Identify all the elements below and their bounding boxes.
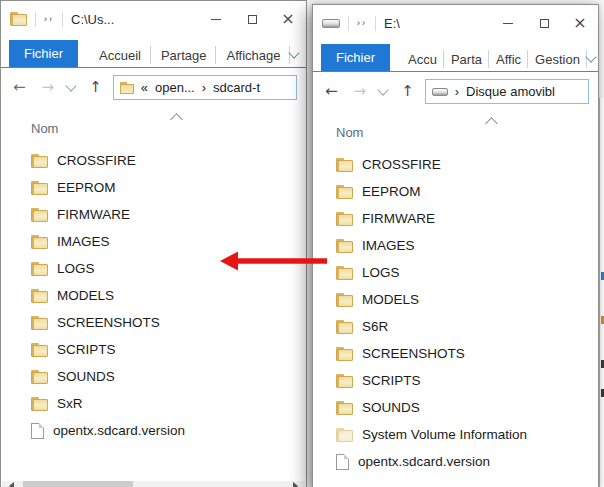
maximize-icon <box>248 15 257 24</box>
item-icon <box>31 370 48 384</box>
list-item[interactable]: MODELS <box>313 286 598 313</box>
close-button[interactable]: × <box>270 1 306 37</box>
item-icon <box>31 289 48 303</box>
list-item[interactable]: EEPROM <box>1 174 306 201</box>
maximize-button[interactable] <box>234 1 270 37</box>
tab-fichier[interactable]: Fichier <box>9 40 78 67</box>
breadcrumb-segment[interactable]: open... <box>155 80 195 95</box>
ribbon-end-controls: ? <box>587 45 599 71</box>
ribbon-tab[interactable]: Accueil <box>89 43 151 67</box>
list-item[interactable]: SxR <box>1 390 306 417</box>
scroll-left-icon[interactable] <box>9 482 14 487</box>
back-button[interactable]: ← <box>325 84 338 99</box>
list-item[interactable]: IMAGES <box>313 232 598 259</box>
back-button[interactable]: ← <box>13 80 26 95</box>
horizontal-scrollbar[interactable] <box>2 481 305 487</box>
scrollbar-thumb[interactable] <box>23 481 133 487</box>
item-icon <box>336 374 353 388</box>
item-icon <box>31 181 48 195</box>
item-icon <box>31 423 44 439</box>
recent-locations-icon[interactable] <box>377 84 388 95</box>
item-icon <box>31 154 48 168</box>
item-label: SOUNDS <box>57 369 115 384</box>
ribbon-tab-bar: Fichier AccueilPartageAffichage ? <box>1 37 306 68</box>
item-label: System Volume Information <box>362 427 527 442</box>
list-item[interactable]: SCRIPTS <box>313 367 598 394</box>
quick-access-toolbar[interactable]: ›› <box>44 15 54 24</box>
list-item[interactable]: EEPROM <box>313 178 598 205</box>
item-icon <box>31 316 48 330</box>
up-button[interactable]: ↑ <box>401 84 414 99</box>
ribbon-tab[interactable]: Accu <box>401 47 444 71</box>
ribbon-expand-icon[interactable] <box>585 51 596 62</box>
list-item[interactable]: S6R <box>313 313 598 340</box>
forward-button[interactable]: → <box>42 80 55 95</box>
list-item[interactable]: SOUNDS <box>1 363 306 390</box>
recent-locations-icon[interactable] <box>65 80 76 91</box>
list-item[interactable]: MODELS <box>1 282 306 309</box>
file-list-pane: Nom CROSSFIRE EEPROM FIRMWARE <box>1 107 306 444</box>
item-icon <box>31 397 48 411</box>
list-item[interactable]: SCREENSHOTS <box>1 309 306 336</box>
list-item[interactable]: FIRMWARE <box>1 201 306 228</box>
close-button[interactable]: × <box>562 5 598 41</box>
window-title: C:\Us... <box>71 12 114 27</box>
tab-fichier[interactable]: Fichier <box>321 44 390 71</box>
list-item[interactable]: SCRIPTS <box>1 336 306 363</box>
breadcrumb-segment[interactable]: « <box>141 80 148 95</box>
list-item[interactable]: System Volume Information <box>313 421 598 448</box>
breadcrumb-segment[interactable]: Disque amovibl <box>466 84 555 99</box>
list-item[interactable]: opentx.sdcard.version <box>1 417 306 444</box>
ribbon-tab[interactable]: Partage <box>151 43 217 67</box>
list-item[interactable]: FIRMWARE <box>313 205 598 232</box>
list-item[interactable]: opentx.sdcard.version <box>313 448 598 475</box>
item-label: SCRIPTS <box>362 373 421 388</box>
breadcrumb-segment[interactable]: sdcard-t <box>213 80 260 95</box>
breadcrumb-segment[interactable]: › <box>455 84 459 99</box>
item-label: FIRMWARE <box>57 207 130 222</box>
item-label: FIRMWARE <box>362 211 435 226</box>
item-label: EEPROM <box>57 180 116 195</box>
list-item[interactable]: LOGS <box>313 259 598 286</box>
column-header-name[interactable]: Nom <box>1 107 306 147</box>
item-label: MODELS <box>57 288 114 303</box>
forward-button[interactable]: → <box>354 84 367 99</box>
column-header-name[interactable]: Nom <box>313 111 598 151</box>
titlebar[interactable]: ›› E:\ × <box>313 5 598 41</box>
ribbon-tab[interactable]: Affic <box>489 47 528 71</box>
item-label: S6R <box>362 319 388 334</box>
maximize-button[interactable] <box>526 5 562 41</box>
item-icon <box>336 266 353 280</box>
titlebar-divider <box>375 16 376 31</box>
background-window-sliver <box>599 98 604 487</box>
list-item[interactable]: SOUNDS <box>313 394 598 421</box>
list-item[interactable]: CROSSFIRE <box>313 151 598 178</box>
ribbon-tab[interactable]: Parta <box>444 47 489 71</box>
ribbon-tab[interactable]: Affichage <box>216 43 290 67</box>
close-icon: × <box>281 11 294 27</box>
item-label: SxR <box>57 396 83 411</box>
address-bar[interactable]: ›Disque amovibl <box>425 79 589 104</box>
ribbon-tab[interactable]: Gestion <box>528 47 587 71</box>
maximize-icon <box>540 19 549 28</box>
minimize-button[interactable] <box>490 5 526 41</box>
navigation-bar: ← → ↑ «open...›sdcard-t <box>1 68 306 107</box>
item-label: opentx.sdcard.version <box>358 454 490 469</box>
breadcrumb-segment[interactable]: › <box>202 80 206 95</box>
ribbon-expand-icon[interactable] <box>289 47 300 58</box>
window-title: E:\ <box>384 16 400 31</box>
quick-access-toolbar[interactable]: ›› <box>357 19 367 28</box>
item-label: LOGS <box>57 261 95 276</box>
list-item[interactable]: SCREENSHOTS <box>313 340 598 367</box>
breadcrumb: ›Disque amovibl <box>455 84 555 99</box>
up-button[interactable]: ↑ <box>89 80 102 95</box>
address-bar[interactable]: «open...›sdcard-t <box>113 75 297 100</box>
titlebar[interactable]: ›› C:\Us... × <box>1 1 306 37</box>
list-item[interactable]: CROSSFIRE <box>1 147 306 174</box>
usb-drive-icon <box>322 19 340 28</box>
item-label: CROSSFIRE <box>57 153 136 168</box>
minimize-button[interactable] <box>198 1 234 37</box>
minimize-icon <box>503 23 513 24</box>
item-label: CROSSFIRE <box>362 157 441 172</box>
scroll-right-icon[interactable] <box>293 482 298 487</box>
